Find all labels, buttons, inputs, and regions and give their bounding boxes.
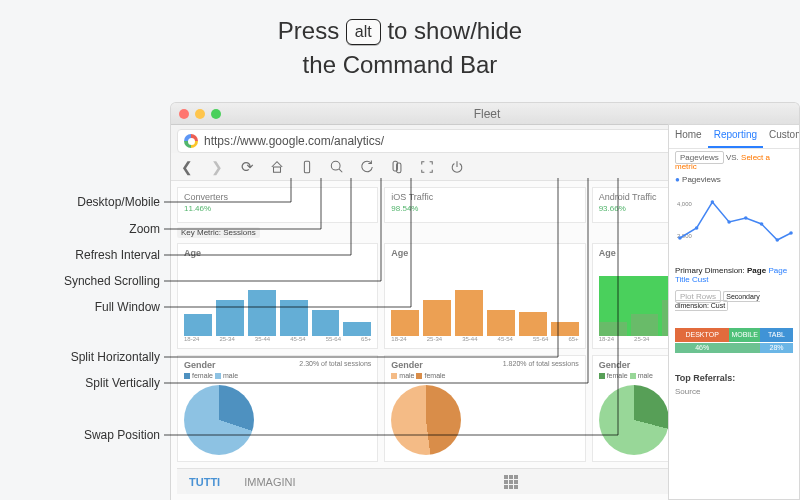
primary-dimension-label: Primary Dimension: <box>675 266 745 275</box>
metric-title: Android Traffic <box>599 192 657 202</box>
reload-icon[interactable]: ⟳ <box>239 159 255 175</box>
seg-pct: 46% <box>675 343 729 353</box>
window-title: Fleet <box>183 107 791 121</box>
apps-icon[interactable] <box>504 475 518 489</box>
tab-customization[interactable]: Customization <box>763 125 800 148</box>
tab-tutti[interactable]: TUTTI <box>189 476 220 488</box>
instruction-prefix: Press <box>278 17 339 44</box>
callout-split-horizontally: Split Horizontally <box>0 350 160 364</box>
callout-full-window: Full Window <box>0 300 160 314</box>
panel-title: Age <box>391 248 578 258</box>
pct-label: 1.820% of total sessions <box>503 360 579 367</box>
svg-point-17 <box>744 216 748 220</box>
metric-value: 98.54% <box>391 204 418 213</box>
callout-swap-position: Swap Position <box>0 428 160 442</box>
svg-rect-0 <box>274 167 281 172</box>
key-metric-value: Sessions <box>223 228 255 237</box>
zoom-icon[interactable] <box>329 159 345 175</box>
callout-zoom: Zoom <box>0 222 160 236</box>
gender-panel-orange: Gender 1.820% of total sessions male fem… <box>384 355 585 462</box>
tab-reporting[interactable]: Reporting <box>708 125 763 148</box>
svg-point-2 <box>331 161 340 170</box>
power-icon[interactable] <box>449 159 465 175</box>
metric-converters: 11.46% Converters <box>177 187 378 223</box>
refresh-interval-icon[interactable] <box>359 159 375 175</box>
panel-title: Age <box>184 248 371 258</box>
dim-custom[interactable]: Cust <box>692 275 708 284</box>
titlebar: Fleet <box>171 103 799 125</box>
vs-label: VS. <box>726 153 739 162</box>
forward-icon[interactable]: ❯ <box>209 159 225 175</box>
instruction-end: the Command Bar <box>303 51 498 78</box>
pie-chart <box>599 385 669 455</box>
svg-rect-1 <box>304 161 309 172</box>
key-metric-label: Key Metric: <box>181 228 221 237</box>
tab-immagini[interactable]: IMMAGINI <box>244 476 295 488</box>
svg-point-18 <box>760 222 764 226</box>
source-col: Source <box>675 387 793 396</box>
sidepanel-tabs: Home Reporting Customization <box>669 125 799 149</box>
top-referrals-title: Top Referrals: <box>675 373 735 383</box>
svg-point-13 <box>678 236 682 240</box>
metric-title: iOS Traffic <box>391 192 433 202</box>
svg-text:4,000: 4,000 <box>677 201 692 207</box>
home-icon[interactable] <box>269 159 285 175</box>
back-icon[interactable]: ❮ <box>179 159 195 175</box>
age-panel-orange: Age 18-2425-3435-4445-5455-6465+ <box>384 243 585 349</box>
pageviews-chart: 4,000 2,000 <box>675 188 793 258</box>
callout-synched-scrolling: Synched Scrolling <box>0 274 160 288</box>
instruction-text: Press alt to show/hide the Command Bar <box>0 14 800 81</box>
pct-label: 2.30% of total sessions <box>299 360 371 367</box>
seg-tablet: TABL <box>760 328 793 342</box>
svg-point-20 <box>789 231 793 235</box>
pie-chart <box>184 385 254 455</box>
bar-chart <box>391 276 578 336</box>
metric-value: 93.66% <box>599 204 626 213</box>
full-window-icon[interactable] <box>419 159 435 175</box>
svg-point-14 <box>695 226 699 230</box>
seg-desktop: DESKTOP <box>675 328 729 342</box>
callout-split-vertically: Split Vertically <box>0 376 160 390</box>
analytics-sidepanel: Home Reporting Customization Pageviews V… <box>668 124 800 500</box>
gender-panel-blue: Gender 2.30% of total sessions female ma… <box>177 355 378 462</box>
bar-chart <box>184 276 371 336</box>
pie-chart <box>391 385 461 455</box>
callout-desktop-mobile: Desktop/Mobile <box>0 195 160 209</box>
dim-page[interactable]: Page <box>747 266 766 275</box>
site-icon <box>184 134 198 148</box>
svg-line-3 <box>339 169 342 172</box>
age-panel-blue: Age 18-2425-3435-4445-5455-6465+ <box>177 243 378 349</box>
tab-home[interactable]: Home <box>669 125 708 148</box>
metric-title: Converters <box>184 192 228 202</box>
instruction-middle: to show/hide <box>387 17 522 44</box>
svg-point-19 <box>775 238 779 242</box>
synched-scrolling-icon[interactable] <box>389 159 405 175</box>
series-label: Pageviews <box>682 175 721 184</box>
callout-refresh-interval: Refresh Interval <box>0 248 160 262</box>
svg-point-15 <box>711 200 715 204</box>
seg-mobile: MOBILE <box>729 328 760 342</box>
svg-point-16 <box>727 220 731 224</box>
metric-ios: 98.54% iOS Traffic <box>384 187 585 223</box>
desktop-mobile-icon[interactable] <box>299 159 315 175</box>
alt-key: alt <box>346 19 381 45</box>
seg-pct: 28% <box>760 343 793 353</box>
metric-value: 11.46% <box>184 204 211 213</box>
